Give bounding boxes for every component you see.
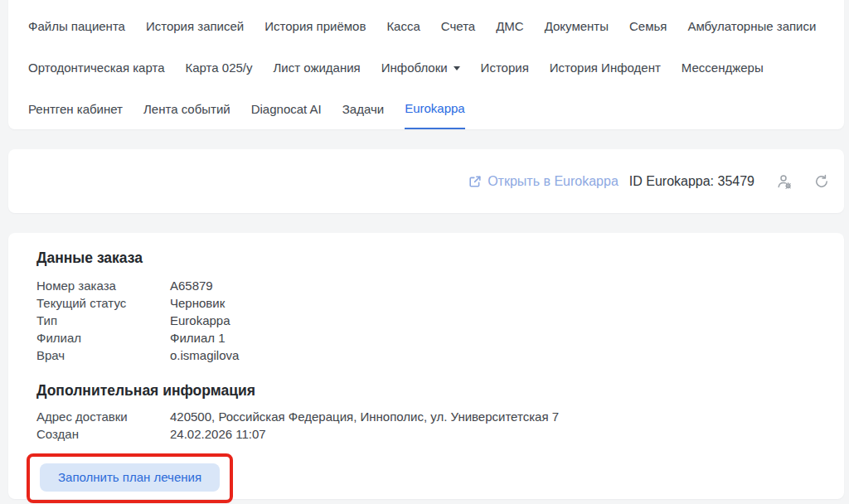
field-value: 420500, Российская Федерация, Иннополис,… — [170, 408, 559, 425]
field-value: Филиал 1 — [170, 329, 226, 346]
field-created: Создан 24.02.2026 11:07 — [36, 425, 824, 443]
tab-messengers[interactable]: Мессенджеры — [682, 46, 764, 88]
additional-info-title: Дополнительная информация — [36, 382, 824, 400]
tab-cashdesk[interactable]: Касса — [386, 5, 420, 46]
tab-appointments-history[interactable]: История приёмов — [264, 5, 366, 46]
field-doctor: Врач o.ismagilova — [36, 346, 824, 364]
field-label: Тип — [36, 312, 170, 329]
eurokappa-toolbar: Открыть в Eurokappa ID Eurokappa: 35479 — [8, 149, 844, 213]
order-details-card: Данные заказа Номер заказа A65879 Текущи… — [8, 233, 844, 499]
field-value: Черновик — [170, 294, 225, 312]
field-delivery-address: Адрес доставки 420500, Российская Федера… — [36, 408, 824, 425]
tab-infoblocks-dropdown[interactable]: Инфоблоки — [381, 46, 460, 88]
eurokappa-id-text: ID Eurokappa: 35479 — [629, 174, 754, 189]
field-value: o.ismagilova — [170, 346, 239, 364]
tab-dms[interactable]: ДМС — [496, 5, 524, 46]
tab-card-025u[interactable]: Карта 025/у — [186, 46, 253, 88]
field-value: Eurokappa — [170, 312, 230, 329]
field-current-status: Текущий статус Черновик — [36, 294, 824, 312]
field-label: Адрес доставки — [36, 408, 170, 425]
user-settings-button[interactable] — [776, 173, 793, 190]
tab-documents[interactable]: Документы — [545, 5, 609, 46]
refresh-icon — [814, 174, 829, 189]
order-data-title: Данные заказа — [36, 250, 824, 267]
field-label: Филиал — [36, 329, 170, 346]
tab-eurokappa[interactable]: Eurokappa — [405, 88, 465, 129]
field-type: Тип Eurokappa — [36, 312, 824, 329]
tab-infoblocks-label: Инфоблоки — [381, 61, 448, 75]
tab-waiting-list[interactable]: Лист ожидания — [274, 46, 361, 88]
external-link-icon — [468, 175, 482, 188]
tab-xray-room[interactable]: Рентген кабинет — [28, 88, 123, 129]
field-label: Врач — [36, 346, 170, 364]
field-branch: Филиал Филиал 1 — [36, 329, 824, 346]
field-value: A65879 — [170, 277, 213, 294]
tab-row-3: Рентген кабинет Лента событий Diagnocat … — [28, 88, 824, 129]
chevron-down-icon — [454, 66, 460, 70]
tab-outpatient-records[interactable]: Амбулаторные записи — [687, 5, 816, 46]
tab-records-history[interactable]: История записей — [146, 5, 244, 46]
patient-tabs-panel: Файлы пациента История записей История п… — [8, 0, 844, 129]
tab-history[interactable]: История — [481, 46, 529, 88]
field-label: Номер заказа — [36, 277, 170, 294]
tab-diagnocat-ai[interactable]: Diagnocat AI — [251, 88, 322, 129]
tab-tasks[interactable]: Задачи — [342, 88, 384, 129]
field-order-number: Номер заказа A65879 — [36, 277, 824, 294]
tab-history-infodent[interactable]: История Инфодент — [550, 46, 661, 88]
tab-family[interactable]: Семья — [629, 5, 667, 46]
field-label: Создан — [36, 425, 170, 443]
user-gear-icon — [776, 173, 793, 190]
open-in-eurokappa-label: Открыть в Eurokappa — [488, 174, 619, 189]
tab-event-feed[interactable]: Лента событий — [143, 88, 230, 129]
tab-row-2: Ортодонтическая карта Карта 025/у Лист о… — [28, 46, 824, 88]
fill-treatment-plan-button[interactable]: Заполнить план лечения — [40, 463, 220, 492]
field-value: 24.02.2026 11:07 — [170, 425, 266, 443]
annotation-highlight: Заполнить план лечения — [27, 453, 233, 503]
tab-orthodontic-card[interactable]: Ортодонтическая карта — [28, 46, 165, 88]
tab-row-1: Файлы пациента История записей История п… — [28, 5, 824, 46]
open-in-eurokappa-link[interactable]: Открыть в Eurokappa — [468, 174, 619, 189]
tab-patient-files[interactable]: Файлы пациента — [28, 5, 125, 46]
refresh-button[interactable] — [814, 174, 829, 189]
tab-invoices[interactable]: Счета — [441, 5, 475, 46]
field-label: Текущий статус — [36, 294, 170, 312]
